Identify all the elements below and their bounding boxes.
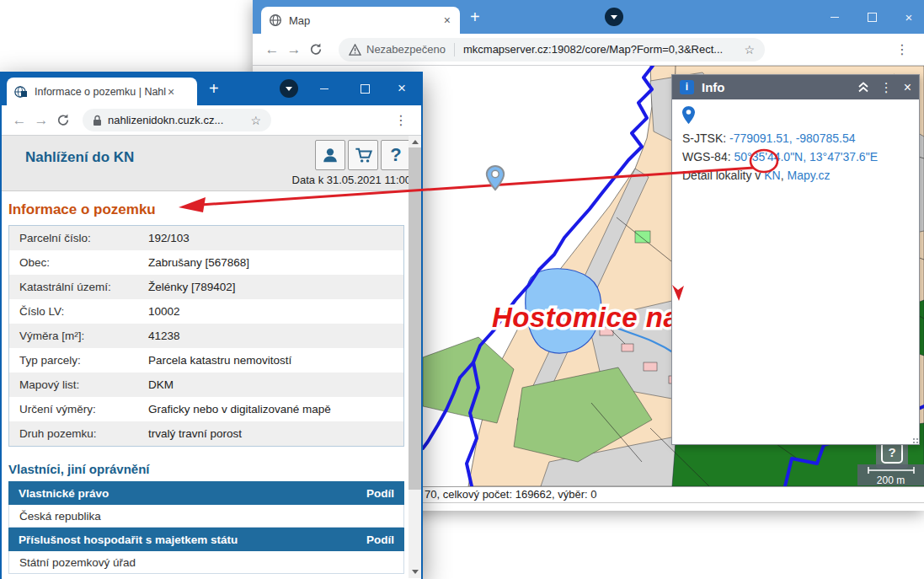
owners-header-row: Vlastnické právo Podíl bbox=[8, 481, 404, 505]
nahlizeni-page: Nahlížení do KN bbox=[2, 136, 421, 578]
info-panel-header[interactable]: i Info ⋮ × bbox=[672, 75, 919, 99]
scrollbar-thumb[interactable] bbox=[409, 147, 421, 490]
fg-url-text[interactable]: nahlizenidokn.cuzk.cz... bbox=[108, 114, 243, 126]
maximize-icon bbox=[361, 84, 370, 94]
bg-minimize-button[interactable] bbox=[822, 7, 847, 27]
fg-menu-icon[interactable]: ⋮ bbox=[387, 112, 414, 128]
separator: , bbox=[781, 169, 784, 182]
wgs-row: WGS-84: 50°35'44.0"N, 13°47'37.6"E bbox=[682, 147, 909, 166]
screen: Map × + × ← → bbox=[0, 0, 924, 579]
bg-address-bar[interactable]: Nezabezpečeno mkcmapserver.cz:19082/core… bbox=[339, 38, 765, 62]
bookmark-star-icon[interactable]: ☆ bbox=[744, 43, 755, 56]
table-row: Určení výměry:Graficky nebo v digitalizo… bbox=[9, 397, 403, 421]
user-button[interactable] bbox=[315, 140, 345, 170]
collapse-button[interactable] bbox=[857, 82, 869, 93]
reload-icon[interactable] bbox=[52, 113, 74, 127]
row-label: Číslo LV: bbox=[9, 305, 148, 318]
bg-tab-close-icon[interactable]: × bbox=[442, 13, 452, 27]
row-label: Výměra [m²]: bbox=[9, 330, 148, 342]
minimize-icon bbox=[831, 17, 839, 18]
info-icon: i bbox=[680, 80, 694, 94]
sjtsk-value: -779091.51, -980785.54 bbox=[729, 131, 855, 145]
cart-icon bbox=[354, 146, 373, 164]
table-row: Druh pozemku:trvalý travní porost bbox=[9, 421, 403, 446]
row-label: Typ parcely: bbox=[9, 354, 148, 367]
owner-name: Státní pozemkový úřad bbox=[19, 556, 136, 569]
info-close-icon[interactable]: × bbox=[904, 80, 911, 95]
chevron-down-icon bbox=[286, 87, 292, 91]
fg-profile-badge[interactable] bbox=[280, 79, 298, 98]
owners-type: Vlastnické právo bbox=[19, 487, 109, 500]
warning-icon bbox=[349, 44, 361, 56]
row-value: DKM bbox=[148, 378, 174, 391]
maximize-icon bbox=[868, 13, 877, 22]
header-buttons: ? bbox=[315, 140, 411, 170]
back-icon[interactable]: ← bbox=[8, 112, 30, 129]
table-row: Výměra [m²]:41238 bbox=[9, 324, 403, 348]
bg-close-button[interactable]: × bbox=[896, 7, 921, 27]
detail-label: Detail lokality v bbox=[682, 169, 761, 182]
fg-close-button[interactable]: × bbox=[389, 78, 414, 99]
forward-icon[interactable]: → bbox=[30, 112, 52, 129]
info-panel-title: Info bbox=[702, 80, 847, 94]
scroll-down-icon[interactable] bbox=[412, 570, 419, 574]
bg-maximize-button[interactable] bbox=[859, 7, 884, 27]
share-header: Podíl bbox=[366, 487, 394, 500]
cuzk-favicon-icon bbox=[14, 85, 28, 99]
forward-icon[interactable]: → bbox=[283, 41, 305, 58]
bg-url-text[interactable]: mkcmapserver.cz:19082/core/Map?Form=0,3&… bbox=[463, 43, 737, 56]
table-row: Katastrální území:Želénky [789402] bbox=[9, 275, 403, 299]
info-panel: i Info ⋮ × S-JTSK: -779091.51, -980785.5… bbox=[671, 74, 920, 445]
fg-minimize-button[interactable] bbox=[312, 78, 337, 99]
fg-titlebar[interactable]: Informace o pozemku | Nahlížen × + × bbox=[0, 72, 423, 105]
owners-table: Vlastnické právo Podíl Česká republika P… bbox=[8, 481, 404, 574]
fg-tab-title: Informace o pozemku | Nahlížen bbox=[35, 86, 166, 98]
scale-line bbox=[866, 466, 916, 474]
row-label: Určení výměry: bbox=[9, 403, 148, 415]
fg-new-tab-button[interactable]: + bbox=[209, 80, 219, 97]
fg-tab-close-icon[interactable]: × bbox=[166, 85, 176, 99]
fg-maximize-button[interactable] bbox=[352, 78, 377, 99]
scroll-up-icon[interactable] bbox=[412, 140, 419, 144]
bg-tab-map[interactable]: Map × bbox=[261, 7, 460, 34]
owner-row: Státní pozemkový úřad bbox=[8, 551, 404, 574]
row-label: Parcelní číslo: bbox=[9, 232, 148, 244]
map-pin-icon bbox=[484, 164, 506, 191]
owners-header-row: Příslušnost hospodařit s majetkem státu … bbox=[8, 528, 404, 551]
wgs-label: WGS-84: bbox=[682, 150, 731, 164]
reload-icon[interactable] bbox=[305, 42, 327, 56]
kn-link[interactable]: KN bbox=[764, 169, 780, 182]
mapy-link[interactable]: Mapy.cz bbox=[788, 169, 831, 182]
page-scrollbar[interactable] bbox=[409, 136, 421, 578]
help-button[interactable]: ? bbox=[381, 140, 411, 170]
fg-browser-toolbar: ← → nahlizenidokn.cuzk.cz... ☆ ⋮ bbox=[2, 105, 421, 136]
row-value: Graficky nebo v digitalizované mapě bbox=[148, 403, 331, 415]
cart-button[interactable] bbox=[348, 140, 378, 170]
fg-address-bar[interactable]: nahlizenidokn.cuzk.cz... ☆ bbox=[83, 109, 271, 131]
row-value: trvalý travní porost bbox=[148, 427, 242, 440]
bg-menu-icon[interactable]: ⋮ bbox=[889, 41, 916, 57]
fg-tab-nahlizeni[interactable]: Informace o pozemku | Nahlížen × bbox=[7, 78, 197, 105]
page-header: Nahlížení do KN bbox=[2, 136, 421, 191]
table-row: Číslo LV:10002 bbox=[9, 299, 403, 324]
info-menu-icon[interactable]: ⋮ bbox=[880, 80, 893, 95]
globe-favicon-icon bbox=[269, 13, 282, 27]
table-row: Mapový list:DKM bbox=[9, 373, 403, 397]
minimize-icon bbox=[320, 88, 328, 89]
security-warning[interactable]: Nezabezpečeno bbox=[349, 43, 446, 56]
bookmark-star-icon[interactable]: ☆ bbox=[250, 114, 261, 127]
bg-new-tab-button[interactable]: + bbox=[470, 8, 480, 25]
row-value: 41238 bbox=[148, 330, 180, 342]
bg-profile-badge[interactable] bbox=[605, 8, 623, 26]
parcel-info-table: Parcelní číslo:192/103 Obec:Zabrušany [5… bbox=[8, 225, 404, 447]
sjtsk-label: S-JTSK: bbox=[682, 131, 726, 145]
bg-titlebar[interactable]: Map × + × bbox=[253, 0, 924, 34]
bg-browser-toolbar: ← → Nezabezpečeno mkcmapserver.cz:19082/… bbox=[253, 34, 924, 66]
row-value: Želénky [789402] bbox=[148, 281, 236, 293]
location-pin-icon bbox=[682, 106, 695, 124]
back-icon[interactable]: ← bbox=[261, 41, 283, 58]
scale-label: 200 m bbox=[857, 475, 924, 485]
panel-resize-handle[interactable] bbox=[913, 438, 915, 440]
wgs-value: 50°35'44.0"N, 13°47'37.6"E bbox=[734, 150, 878, 164]
owner-name: Česká republika bbox=[19, 510, 101, 523]
